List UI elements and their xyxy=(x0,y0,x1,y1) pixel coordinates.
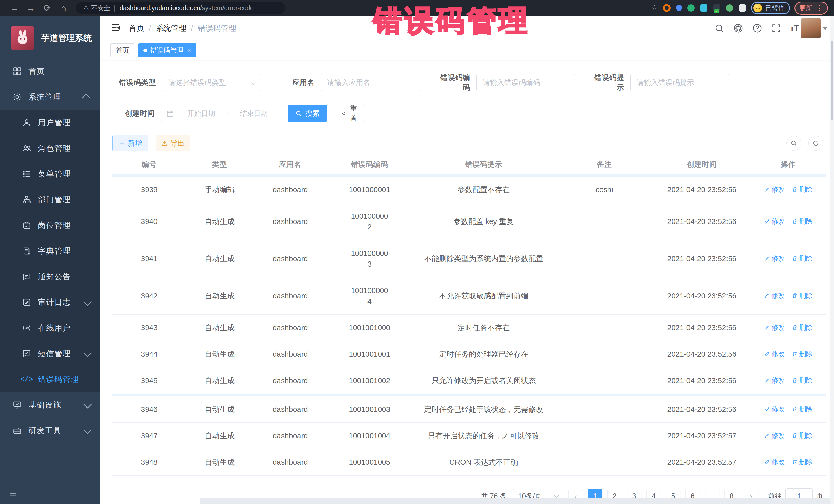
sidebar-item-badge[interactable]: 岗位管理 xyxy=(0,213,100,238)
sidebar-item-tools[interactable]: 研发工具 xyxy=(0,418,100,443)
bookmark-star-icon[interactable]: ☆ xyxy=(651,3,658,13)
tab-error-code[interactable]: 错误码管理 × xyxy=(138,43,196,57)
close-tab-icon[interactable]: × xyxy=(187,46,191,54)
sidebar-item-users[interactable]: 角色管理 xyxy=(0,135,100,161)
edit-link[interactable]: 修改 xyxy=(764,322,785,333)
table-body: 3939手动编辑dashboard1001000001参数配置不存在ceshi2… xyxy=(112,175,826,476)
sidebar-item-infra[interactable]: 基础设施 xyxy=(0,392,100,418)
cell-app: dashboard xyxy=(253,395,327,423)
cell-type: 自动生成 xyxy=(186,423,253,449)
edit-link[interactable]: 修改 xyxy=(764,457,785,467)
edit-link[interactable]: 修改 xyxy=(764,216,785,226)
error-code-table: 编号类型应用名错误码编码错误码提示备注创建时间操作 3939手动编辑dashbo… xyxy=(112,155,826,476)
edit-link[interactable]: 修改 xyxy=(764,349,785,359)
filter-input-1[interactable] xyxy=(321,74,420,91)
forward-icon[interactable]: → xyxy=(23,3,39,13)
table-toolbar: +新增 导出 xyxy=(112,133,826,153)
fullscreen-icon[interactable] xyxy=(771,23,782,34)
tab-home[interactable]: 首页 xyxy=(110,43,134,57)
edit-link[interactable]: 修改 xyxy=(764,290,785,301)
cell-app: dashboard xyxy=(253,278,327,314)
sidebar-item-org-tree[interactable]: 部门管理 xyxy=(0,187,100,213)
edit-link[interactable]: 修改 xyxy=(764,375,785,386)
column-header-3: 错误码编码 xyxy=(327,155,412,175)
menu-fold-icon[interactable] xyxy=(110,23,120,34)
filter-input-2[interactable] xyxy=(476,74,575,91)
table-row: 3942自动生成dashboard1001000004不允许获取敏感配置到前端2… xyxy=(112,278,826,314)
sidebar-item-online[interactable]: 在线用户 xyxy=(0,315,100,341)
edit-link[interactable]: 修改 xyxy=(764,404,785,414)
edit-link[interactable]: 修改 xyxy=(764,253,785,264)
page-header: 首页 / 系统管理 / 错误码管理 тT xyxy=(100,16,834,41)
home-icon[interactable]: ⌂ xyxy=(56,3,72,13)
sidebar-item-book[interactable]: 字典管理 xyxy=(0,238,100,264)
sidebar-item-dashboard[interactable]: 首页 xyxy=(0,59,100,84)
chevron-down-icon[interactable] xyxy=(822,27,828,30)
filter-input-wrap xyxy=(630,74,729,91)
search-button[interactable]: 搜索 xyxy=(288,105,327,122)
scrollbar-thumb[interactable] xyxy=(831,41,833,120)
breadcrumb-system[interactable]: 系统管理 xyxy=(155,23,186,34)
sms-icon xyxy=(21,349,32,358)
add-button[interactable]: +新增 xyxy=(112,135,148,151)
delete-link[interactable]: 删除 xyxy=(792,216,813,226)
ext-puzzle[interactable] xyxy=(739,4,746,12)
tags-bar: 首页 错误码管理 × xyxy=(100,41,834,60)
delete-link[interactable]: 删除 xyxy=(792,430,813,441)
delete-link[interactable]: 删除 xyxy=(792,253,813,264)
filter-input-3[interactable] xyxy=(630,74,729,91)
breadcrumb-home[interactable]: 首页 xyxy=(129,23,144,34)
ext-list-on[interactable]: on xyxy=(713,4,720,12)
delete-link[interactable]: 删除 xyxy=(792,322,813,333)
delete-link[interactable]: 删除 xyxy=(792,290,813,301)
page-scrollbar[interactable] xyxy=(830,16,834,504)
browser-profile-chip[interactable]: 已暂停 xyxy=(751,2,790,14)
app-logo-row[interactable]: 芋道管理系统 xyxy=(0,16,100,57)
sidebar-item-gear[interactable]: 系统管理 xyxy=(0,84,100,110)
chevron-down-icon xyxy=(83,426,92,434)
sidebar-item-code[interactable]: </>错误码管理 xyxy=(0,367,100,392)
delete-link[interactable]: 删除 xyxy=(792,404,813,414)
cell-time: 2021-04-20 23:52:56 xyxy=(653,314,751,341)
back-icon[interactable]: ← xyxy=(6,3,23,13)
browser-update-button[interactable]: 更新 ⋮ xyxy=(794,2,828,15)
reload-icon[interactable]: ⟳ xyxy=(39,3,56,13)
ext-orange-ring[interactable] xyxy=(663,4,671,12)
ext-green-circle[interactable] xyxy=(687,4,695,12)
cell-id: 3943 xyxy=(112,314,186,341)
sidebar-item-user[interactable]: 用户管理 xyxy=(0,110,100,135)
delete-link[interactable]: 删除 xyxy=(792,349,813,359)
sidebar-collapse-icon[interactable] xyxy=(0,487,100,504)
date-filter-label: 创建时间 xyxy=(112,109,161,118)
edit-link[interactable]: 修改 xyxy=(764,430,785,441)
cell-app: dashboard xyxy=(253,368,327,395)
edit-link[interactable]: 修改 xyxy=(764,184,785,195)
cell-type: 自动生成 xyxy=(186,278,253,314)
github-icon[interactable] xyxy=(733,23,743,34)
delete-link[interactable]: 删除 xyxy=(792,457,813,467)
ext-green-bot[interactable] xyxy=(726,4,733,12)
sidebar-item-menu-list[interactable]: 菜单管理 xyxy=(0,161,100,187)
cell-app: dashboard xyxy=(253,203,327,240)
ext-blue-gem[interactable] xyxy=(675,4,683,12)
date-range-picker[interactable]: 开始日期 - 结束日期 xyxy=(161,105,283,122)
delete-link[interactable]: 删除 xyxy=(792,375,813,386)
sidebar-item-audit-log[interactable]: 审计日志 xyxy=(0,289,100,315)
address-bar[interactable]: ⚠ 不安全 | dashboard.yudao.iocoder.cn/syste… xyxy=(76,2,285,14)
toggle-search-icon[interactable] xyxy=(786,136,801,151)
help-icon[interactable] xyxy=(752,23,762,34)
refresh-table-icon[interactable] xyxy=(808,136,823,151)
export-button[interactable]: 导出 xyxy=(155,135,191,151)
error-type-select-input[interactable] xyxy=(162,74,261,91)
sidebar-item-sms[interactable]: 短信管理 xyxy=(0,341,100,367)
font-size-icon[interactable]: тT xyxy=(790,23,798,34)
security-warning-icon[interactable]: ⚠ 不安全 xyxy=(83,4,110,12)
cell-time: 2021-04-20 23:52:56 xyxy=(653,240,751,278)
reset-button[interactable]: 重置 xyxy=(335,105,365,122)
user-avatar[interactable] xyxy=(800,18,821,39)
delete-link[interactable]: 删除 xyxy=(792,184,813,195)
sidebar-item-announcement[interactable]: 通知公告 xyxy=(0,264,100,289)
ext-blue-grid[interactable] xyxy=(700,4,707,12)
browser-menu-dots-icon[interactable]: ⋮ xyxy=(816,4,823,12)
search-icon[interactable] xyxy=(714,23,724,34)
